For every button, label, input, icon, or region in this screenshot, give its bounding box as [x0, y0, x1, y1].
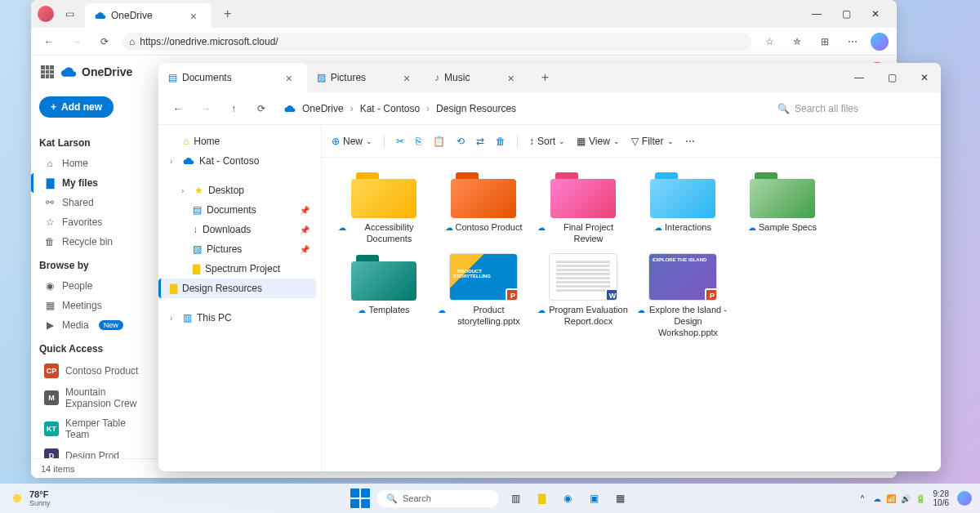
tree-documents[interactable]: ▤Documents📌: [163, 200, 316, 220]
url-field[interactable]: ⌂ https://onedrive.microsoft.cloud/: [122, 33, 751, 51]
close-button[interactable]: ✕: [861, 2, 890, 25]
explorer-tab[interactable]: ♪Music×: [425, 63, 528, 92]
app-launcher-icon[interactable]: [41, 65, 54, 78]
explorer-tab[interactable]: ▤Documents×: [158, 63, 307, 92]
close-tab-icon[interactable]: ×: [286, 72, 297, 83]
more-button[interactable]: ⋯: [685, 136, 695, 147]
task-view-button[interactable]: ▥: [506, 488, 525, 508]
sort-button[interactable]: ↕Sort⌄: [529, 136, 565, 147]
forward-button[interactable]: →: [67, 32, 87, 51]
favorite-button[interactable]: ☆: [760, 32, 779, 51]
refresh-button[interactable]: ⟳: [95, 32, 114, 51]
explorer-close-button[interactable]: ✕: [908, 63, 941, 92]
cut-button[interactable]: ✂: [396, 136, 404, 147]
battery-icon[interactable]: 🔋: [915, 494, 925, 503]
explorer-taskbar-icon[interactable]: ▇: [532, 488, 551, 508]
onedrive-tray-icon[interactable]: ☁: [873, 494, 881, 503]
copilot-icon[interactable]: [871, 33, 889, 51]
tree-desktop[interactable]: ›★Desktop: [163, 181, 316, 200]
weather-widget[interactable]: 78°F Sunny: [0, 489, 60, 507]
back-button[interactable]: ←: [39, 32, 59, 51]
collections-button[interactable]: ⊞: [815, 32, 835, 51]
quick-access-item[interactable]: CPContoso Product: [39, 359, 151, 382]
folder-item[interactable]: ☁Accessibility Documents: [338, 171, 430, 245]
sidebar-item-people[interactable]: ◉People: [39, 276, 151, 296]
breadcrumb[interactable]: OneDrive › Kat - Contoso › Design Resour…: [278, 100, 764, 118]
minimize-button[interactable]: —: [802, 2, 831, 25]
breadcrumb-item[interactable]: OneDrive: [302, 103, 344, 114]
file-item[interactable]: W☁Program Evaluation Report.docx: [537, 253, 629, 339]
volume-icon[interactable]: 🔊: [901, 494, 911, 503]
paste-button[interactable]: 📋: [433, 136, 445, 147]
copy-button[interactable]: ⎘: [416, 136, 421, 147]
tree-spectrum[interactable]: ▇Spectrum Project: [163, 259, 316, 279]
maximize-button[interactable]: ▢: [831, 2, 861, 25]
tray-expand-icon[interactable]: ^: [861, 494, 865, 503]
edge-taskbar-icon[interactable]: ◉: [558, 488, 577, 508]
favorites-bar-button[interactable]: ✮: [787, 32, 807, 51]
chevron-right-icon[interactable]: ›: [181, 186, 189, 195]
folder-item[interactable]: ☁Interactions: [637, 171, 728, 245]
start-button[interactable]: [350, 488, 370, 508]
more-button[interactable]: ⋯: [843, 32, 862, 51]
explorer-tab[interactable]: ▨Pictures×: [307, 63, 425, 92]
nav-up-button[interactable]: ↑: [222, 97, 245, 120]
rename-button[interactable]: ⟲: [457, 136, 465, 147]
search-input[interactable]: 🔍 Search all files: [769, 100, 933, 118]
explorer-minimize-button[interactable]: —: [843, 63, 875, 92]
file-item[interactable]: P☁Explore the Island - Design Workshop.p…: [637, 253, 728, 339]
pin-icon[interactable]: 📌: [300, 245, 310, 254]
sidebar-item-recycle[interactable]: 🗑Recycle bin: [39, 232, 151, 252]
close-tab-icon[interactable]: ×: [403, 72, 415, 83]
tab-overview-button[interactable]: ▭: [60, 5, 78, 23]
tree-pictures[interactable]: ▨Pictures📌: [163, 239, 316, 259]
share-button[interactable]: ⇄: [476, 136, 484, 147]
nav-forward-button[interactable]: →: [194, 97, 217, 120]
nav-refresh-button[interactable]: ⟳: [250, 97, 273, 120]
explorer-maximize-button[interactable]: ▢: [875, 63, 908, 92]
taskbar-search[interactable]: 🔍Search: [376, 490, 499, 507]
tree-thispc[interactable]: ›▥This PC: [163, 308, 316, 328]
explorer-new-tab-button[interactable]: +: [535, 70, 555, 85]
close-tab-icon[interactable]: ×: [190, 10, 202, 21]
clock[interactable]: 9:28 10/6: [933, 489, 949, 507]
close-tab-icon[interactable]: ×: [507, 72, 519, 83]
new-button[interactable]: ⊕New⌄: [332, 136, 372, 147]
file-item[interactable]: P☁Product storytelling.pptx: [438, 253, 529, 339]
wifi-icon[interactable]: 📶: [886, 494, 896, 503]
profile-avatar[interactable]: [38, 6, 54, 22]
sidebar-item-meetings[interactable]: ▦Meetings: [39, 296, 151, 315]
tree-kat[interactable]: ›Kat - Contoso: [163, 151, 316, 171]
chevron-right-icon[interactable]: ›: [170, 314, 178, 323]
nav-back-button[interactable]: ←: [167, 97, 189, 120]
pin-icon[interactable]: 📌: [300, 225, 310, 234]
app-taskbar-icon[interactable]: ▦: [610, 488, 630, 508]
new-tab-button[interactable]: +: [218, 7, 238, 21]
sidebar-item-myfiles[interactable]: ▇My files: [31, 173, 151, 193]
browser-tab-onedrive[interactable]: OneDrive ×: [85, 3, 212, 28]
folder-item[interactable]: ☁Templates: [338, 253, 430, 339]
delete-button[interactable]: 🗑: [496, 136, 506, 147]
folder-item[interactable]: ☁Final Project Review: [537, 171, 629, 245]
breadcrumb-item[interactable]: Kat - Contoso: [360, 103, 420, 114]
tree-home[interactable]: ⌂Home: [163, 132, 316, 151]
folder-item[interactable]: ☁Contoso Product: [438, 171, 529, 245]
breadcrumb-item[interactable]: Design Resources: [436, 103, 516, 114]
pin-icon[interactable]: 📌: [300, 206, 310, 215]
sidebar-item-media[interactable]: ▶MediaNew: [39, 315, 151, 335]
tree-downloads[interactable]: ↓Downloads📌: [163, 220, 316, 239]
sidebar-item-favorites[interactable]: ☆Favorites: [39, 212, 151, 232]
tree-design[interactable]: ▇Design Resources: [158, 279, 316, 298]
copilot-taskbar-icon[interactable]: [957, 491, 972, 506]
chevron-right-icon[interactable]: ›: [170, 157, 178, 166]
store-taskbar-icon[interactable]: ▣: [584, 488, 604, 508]
add-new-button[interactable]: + Add new: [39, 96, 114, 118]
view-button[interactable]: ▦View⌄: [577, 136, 620, 147]
sidebar-item-shared[interactable]: ⚯Shared: [39, 193, 151, 212]
folder-item[interactable]: ☁Sample Specs: [737, 171, 828, 245]
quick-access-item[interactable]: KTKemper Table Team: [39, 413, 151, 444]
sidebar-item-home[interactable]: ⌂Home: [39, 154, 151, 173]
filter-button[interactable]: ▽Filter⌄: [631, 136, 674, 147]
quick-access-item[interactable]: MMountain Expansion Crew: [39, 382, 151, 413]
onedrive-logo[interactable]: OneDrive: [60, 64, 132, 80]
